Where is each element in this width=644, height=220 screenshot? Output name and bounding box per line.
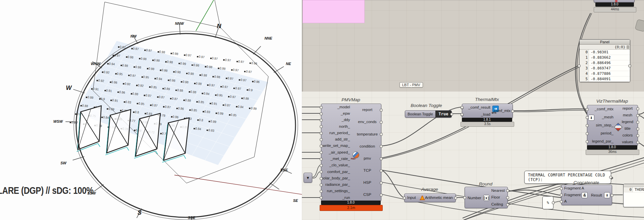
rhino-viewport[interactable]: 0.970.970.970.980.980.970.970.970.970.97… (0, 0, 302, 220)
flatten-icon[interactable]: ⬇ (604, 192, 610, 198)
pmvmap-input-port[interactable]: comfort_par_ (321, 170, 350, 174)
pmvmap-component[interactable]: _model_epw_ddynorth_run_period_add_str_w… (321, 104, 381, 201)
pmvmap-input-port[interactable]: write_set_map_ (321, 144, 350, 148)
port-socket[interactable] (463, 196, 466, 199)
pmvmap-output-port[interactable]: env_conds (354, 120, 381, 124)
port-socket[interactable] (636, 114, 639, 117)
wire[interactable] (638, 112, 644, 114)
flatten-icon[interactable]: ⬇ (588, 115, 594, 121)
port-socket[interactable] (461, 113, 464, 116)
port-socket[interactable] (610, 194, 613, 197)
vizthermalmap-input-port[interactable]: _comf_mtx (587, 107, 613, 112)
vizthermalmap-input-port[interactable]: sim_step_ (587, 123, 613, 128)
vizthermalmap-output-port[interactable]: legend (618, 120, 638, 124)
round-output-port[interactable]: Ceiling (491, 202, 507, 207)
port-socket[interactable] (320, 196, 323, 199)
pmvmap-input-port[interactable]: _met_rate_ (321, 157, 350, 161)
pmvmap-output-port[interactable]: temperature (354, 132, 381, 137)
vizthermalmap-output-port[interactable]: report (618, 106, 638, 111)
pmvmap-input-port[interactable]: add_str_ (321, 137, 350, 142)
vizthermalmap-input-port[interactable]: period_ (587, 131, 613, 136)
round-output-port[interactable]: Nearest (491, 188, 507, 193)
port-socket[interactable] (380, 157, 383, 160)
port-socket[interactable] (320, 177, 323, 180)
port-socket[interactable] (628, 64, 631, 67)
pmvmap-output-port[interactable]: condition (354, 144, 381, 149)
vizthermalmap-output-port[interactable]: values (618, 140, 638, 145)
concatenate-input-port[interactable]: A (561, 199, 585, 204)
port-socket[interactable] (636, 107, 639, 110)
pmvmap-input-port[interactable]: run_settings_ (321, 189, 350, 194)
wire[interactable] (381, 170, 404, 198)
port-socket[interactable] (586, 108, 589, 111)
concatenate-input-port[interactable]: Fragment A (561, 186, 585, 191)
port-socket[interactable] (552, 201, 555, 204)
port-socket[interactable] (320, 125, 323, 128)
data-dam-component[interactable]: ▼ (304, 173, 312, 183)
port-socket[interactable] (586, 132, 589, 135)
boolean-toggle-value[interactable]: True (435, 111, 451, 117)
port-socket[interactable] (506, 203, 509, 206)
group-tag[interactable]: LBT - PMV (399, 82, 423, 88)
port-socket[interactable] (320, 132, 323, 135)
port-socket[interactable] (454, 197, 457, 200)
port-socket[interactable] (636, 134, 639, 137)
average-output-port[interactable]: Arithmetic mean (425, 196, 453, 200)
vizthermalmap-component[interactable]: _comf_mtx_meshsim_step_period_legend_par… (587, 105, 638, 146)
port-socket[interactable] (636, 141, 639, 144)
values-panel[interactable]: Panel {0;0} 0-0.983011-0.8836622-0.88649… (579, 39, 630, 82)
concatenate-component[interactable]: Fragment AFragment BA & Result ⬇ (561, 185, 612, 205)
port-socket[interactable] (560, 194, 563, 197)
port-socket[interactable] (320, 170, 323, 173)
pmvmap-input-port[interactable]: north_ (321, 124, 350, 129)
pmvmap-input-port[interactable]: run_period_ (321, 131, 350, 135)
thermalmtx-input-port[interactable]: _load (462, 112, 490, 117)
port-socket[interactable] (560, 187, 563, 190)
pmvmap-input-port[interactable]: radiance_par_ (321, 182, 350, 187)
port-socket[interactable] (320, 119, 323, 122)
port-socket[interactable] (586, 140, 589, 143)
port-socket[interactable] (320, 183, 323, 186)
pmvmap-input-port[interactable]: _air_speed_ (321, 150, 350, 155)
port-socket[interactable] (461, 106, 464, 109)
port-socket[interactable] (320, 164, 323, 167)
average-input-port[interactable]: Input (407, 196, 416, 200)
port-socket[interactable] (450, 113, 453, 116)
pmvmap-input-port[interactable]: _ddy (321, 118, 350, 122)
average-component[interactable]: Input Arithmetic mean (404, 194, 456, 202)
round-output-port[interactable]: Floor (491, 195, 507, 200)
wire[interactable] (313, 165, 320, 177)
pmvmap-input-port[interactable]: _model (321, 105, 350, 110)
concatenate-input-port[interactable]: Fragment B (561, 193, 585, 198)
pmvmap-input-port[interactable]: _run (321, 196, 350, 200)
port-socket[interactable] (320, 158, 323, 161)
port-socket[interactable] (511, 110, 514, 113)
port-socket[interactable] (320, 112, 323, 115)
port-socket[interactable] (320, 138, 323, 141)
vizthermalmap-input-port[interactable]: legend_par_ (587, 139, 613, 144)
panel-scrollbar[interactable] (627, 45, 629, 49)
vizthermalmap-output-port[interactable]: mesh (618, 113, 638, 118)
port-socket[interactable] (380, 109, 383, 112)
port-socket[interactable] (578, 64, 581, 67)
port-socket[interactable] (403, 197, 406, 200)
port-socket[interactable] (560, 200, 563, 203)
boolean-toggle-component[interactable]: Boolean Toggle True (405, 110, 452, 118)
result-panel[interactable]: 0 THERMA (623, 184, 644, 207)
port-socket[interactable] (380, 181, 383, 184)
port-socket[interactable] (636, 127, 639, 130)
pmvmap-output-port[interactable]: HSP (354, 180, 381, 185)
pmvmap-output-port[interactable]: report (354, 108, 381, 112)
thermalmtx-component[interactable]: _comf_result_load ➜ MTX comf_mtx (462, 104, 513, 118)
port-socket[interactable] (320, 190, 323, 193)
round-component[interactable]: Number [x] NearestFloorCeiling (465, 187, 508, 208)
port-socket[interactable] (380, 169, 383, 172)
port-socket[interactable] (320, 106, 323, 109)
thermalmtx-input-port[interactable]: _comf_result (462, 105, 490, 110)
round-input-port[interactable]: Number (468, 196, 481, 201)
pmvmap-output-port[interactable]: CSP (354, 192, 381, 197)
port-socket[interactable] (609, 176, 612, 179)
port-socket[interactable] (636, 121, 639, 124)
vizthermalmap-output-port[interactable]: colors (618, 133, 638, 138)
pmvmap-input-port[interactable]: _clo_value_ (321, 163, 350, 168)
